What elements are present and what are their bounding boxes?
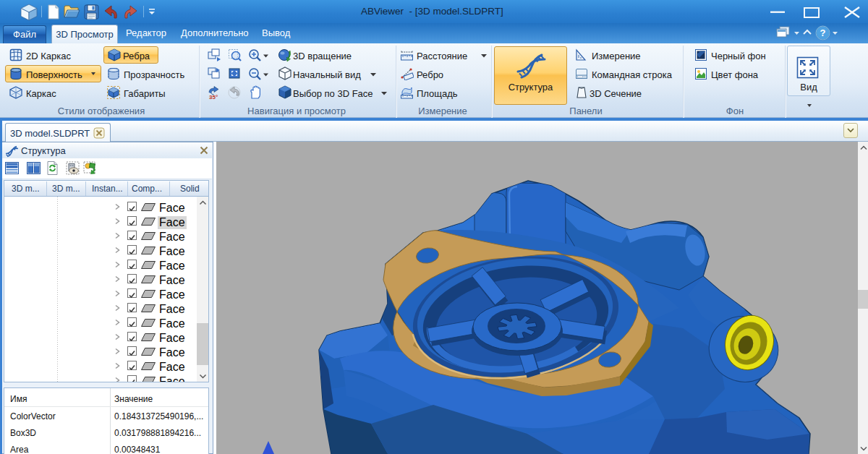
svg-text:?: ? bbox=[820, 27, 826, 38]
svg-text:35°: 35° bbox=[209, 94, 218, 100]
